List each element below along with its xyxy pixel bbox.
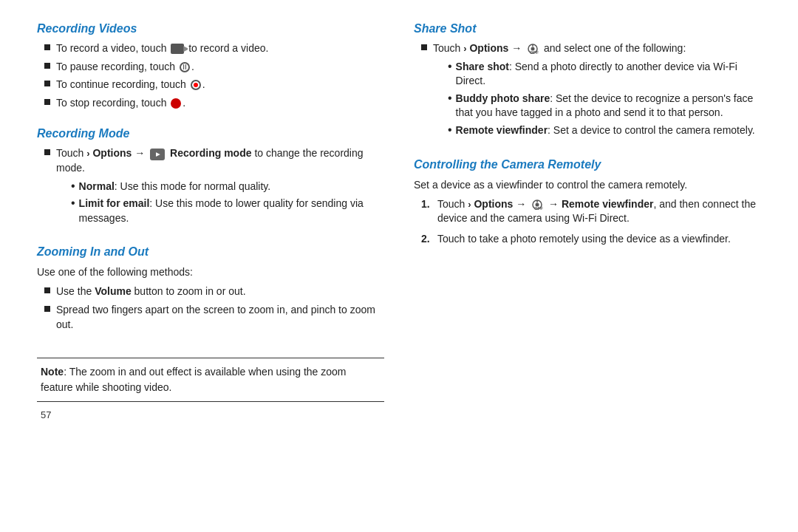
list-item: To pause recording, touch .	[44, 60, 384, 75]
list-item: To record a video, touch to record a vid…	[44, 41, 384, 56]
list-item: Use the Volume button to zoom in or out.	[44, 284, 384, 299]
sub-list: Share shot: Send a photo directly to ano…	[433, 60, 761, 138]
item-text: Buddy photo share: Set the device to rec…	[456, 92, 761, 120]
item-text: To pause recording, touch .	[56, 60, 194, 75]
list-number: 1.	[421, 197, 432, 212]
section-title-recording-videos: Recording Videos	[37, 22, 384, 35]
note-text: Note: The zoom in and out effect is avai…	[41, 366, 347, 393]
bullet-icon	[44, 99, 50, 105]
sub-list-item: Buddy photo share: Set the device to rec…	[448, 92, 761, 120]
section-recording-videos: Recording Videos To record a video, touc…	[37, 22, 384, 114]
list-item: 2. Touch to take a photo remotely using …	[421, 232, 761, 247]
sub-list-item: Share shot: Send a photo directly to ano…	[448, 60, 761, 89]
section-title-zooming: Zooming In and Out	[37, 245, 384, 259]
zooming-intro: Use one of the following methods:	[37, 265, 384, 280]
camera-rec-icon	[171, 44, 184, 54]
section-recording-mode: Recording Mode Touch › Options → ▶ Recor…	[37, 127, 384, 232]
item-text: To record a video, touch to record a vid…	[56, 41, 268, 56]
section-share-shot: Share Shot Touch › Options → OFF	[414, 22, 761, 145]
chevron-right-icon: ›	[468, 199, 471, 210]
section-title-controlling-camera: Controlling the Camera Remotely	[414, 158, 761, 171]
svg-text:OFF: OFF	[530, 50, 539, 55]
content-columns: Recording Videos To record a video, touc…	[37, 22, 761, 510]
section-title-recording-mode: Recording Mode	[37, 127, 384, 140]
item-text: To continue recording, touch .	[56, 78, 205, 92]
list-item: Touch › Options → OFF and select one of …	[421, 41, 761, 141]
chevron-right-icon: ›	[86, 148, 89, 159]
section-zooming: Zooming In and Out Use one of the follow…	[37, 245, 384, 335]
bullet-icon	[44, 63, 50, 69]
item-text: Spread two fingers apart on the screen t…	[56, 303, 384, 332]
right-column: Share Shot Touch › Options → OFF	[414, 22, 761, 510]
page-number: 57	[37, 409, 384, 420]
left-column: Recording Videos To record a video, touc…	[37, 22, 384, 510]
item-text: Touch to take a photo remotely using the…	[437, 232, 731, 247]
bullet-icon	[44, 287, 50, 293]
continue-rec-icon	[191, 80, 201, 90]
page: Recording Videos To record a video, touc…	[0, 0, 798, 532]
share-wifi-icon: OFF	[525, 43, 541, 55]
bullet-icon	[421, 44, 427, 50]
item-text: Touch › Options → OFF → Remote viewfinde…	[437, 197, 761, 226]
pause-icon	[180, 62, 190, 72]
item-text: To stop recording, touch .	[56, 96, 185, 111]
recording-mode-list: Touch › Options → ▶ Recording mode to ch…	[37, 146, 384, 228]
item-text: Normal: Use this mode for normal quality…	[79, 180, 271, 194]
list-item: To continue recording, touch .	[44, 78, 384, 92]
note-box: Note: The zoom in and out effect is avai…	[37, 358, 384, 402]
section-controlling-camera: Controlling the Camera Remotely Set a de…	[414, 158, 761, 253]
list-item: To stop recording, touch .	[44, 96, 384, 111]
list-item: 1. Touch › Options → OFF → Remote viewfi…	[421, 197, 761, 226]
rec-mode-icon: ▶	[150, 149, 165, 160]
controlling-intro: Set a device as a viewfinder to control …	[414, 177, 761, 193]
bullet-icon	[44, 149, 50, 155]
stop-icon	[171, 98, 181, 109]
bullet-icon	[44, 306, 50, 312]
item-text: Use the Volume button to zoom in or out.	[56, 284, 246, 299]
item-text: Share shot: Send a photo directly to ano…	[456, 60, 761, 89]
list-item: Spread two fingers apart on the screen t…	[44, 303, 384, 332]
item-text: Remote viewfinder: Set a device to contr…	[456, 123, 755, 138]
item-text: Touch › Options → ▶ Recording mode to ch…	[56, 146, 384, 228]
bullet-icon	[44, 44, 50, 50]
sub-list-item: Normal: Use this mode for normal quality…	[71, 180, 384, 194]
svg-text:OFF: OFF	[534, 206, 543, 211]
share-shot-list: Touch › Options → OFF and select one of …	[414, 41, 761, 141]
chevron-right-icon: ›	[463, 43, 466, 54]
bullet-icon	[44, 81, 50, 86]
zooming-list: Use the Volume button to zoom in or out.…	[37, 284, 384, 332]
sub-list-item: Limit for email: Use this mode to lower …	[71, 197, 384, 225]
share-wifi-icon-2: OFF	[529, 199, 545, 211]
item-text: Touch › Options → OFF and select one of …	[433, 41, 761, 141]
section-title-share-shot: Share Shot	[414, 22, 761, 35]
controlling-list: 1. Touch › Options → OFF → Remote viewfi…	[414, 197, 761, 247]
item-text: Limit for email: Use this mode to lower …	[79, 197, 384, 225]
list-number: 2.	[421, 232, 432, 247]
recording-videos-list: To record a video, touch to record a vid…	[37, 41, 384, 110]
sub-list-item: Remote viewfinder: Set a device to contr…	[448, 123, 761, 138]
list-item: Touch › Options → ▶ Recording mode to ch…	[44, 146, 384, 228]
sub-list: Normal: Use this mode for normal quality…	[56, 180, 384, 226]
